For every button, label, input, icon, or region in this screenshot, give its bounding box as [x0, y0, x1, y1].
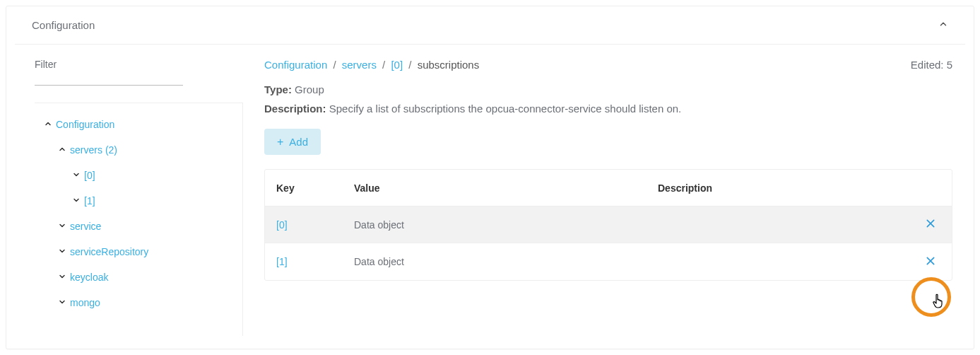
add-button-label: Add [289, 136, 308, 148]
tree-label: keycloak [70, 272, 108, 283]
edited-value: 5 [947, 59, 952, 71]
row-key-link[interactable]: [1] [276, 256, 288, 267]
table-row[interactable]: [0] Data object [265, 206, 952, 243]
tree-item-configuration[interactable]: Configuration [35, 112, 242, 137]
breadcrumb-sep: / [408, 59, 411, 71]
delete-row-button[interactable] [921, 251, 940, 273]
sidebar: Filter Configuration servers (2) [0] [6, 45, 250, 344]
panel-body: Filter Configuration servers (2) [0] [6, 45, 974, 344]
chevron-down-icon [69, 195, 84, 206]
panel-header: Configuration [15, 6, 965, 45]
description-label: Description [264, 103, 323, 115]
tree-item-server-1[interactable]: [1] [35, 188, 242, 214]
breadcrumb-link-0[interactable]: [0] [391, 59, 403, 71]
row-value: Data object [354, 256, 658, 267]
type-line: Type: Group [264, 83, 952, 95]
main-content: Configuration / servers / [0] / subscrip… [250, 45, 974, 344]
table-row[interactable]: [1] Data object [265, 243, 952, 280]
breadcrumb-link-configuration[interactable]: Configuration [264, 59, 327, 71]
tree-label: service [70, 221, 101, 232]
tree-item-service[interactable]: service [35, 214, 242, 239]
chevron-down-icon [69, 170, 84, 181]
tree-label: Configuration [56, 119, 114, 130]
header-key: Key [276, 182, 354, 194]
edited-label: Edited: [911, 59, 944, 71]
chevron-up-icon [40, 119, 56, 130]
description-value: Specify a list of subscriptions the opcu… [329, 103, 682, 115]
pointer-cursor-icon [933, 293, 947, 310]
panel-collapse-toggle[interactable] [938, 19, 948, 31]
breadcrumb-sep: / [333, 59, 336, 71]
breadcrumb-current: subscriptions [418, 59, 480, 71]
header-description: Description [658, 182, 912, 194]
tree-item-servicerepository[interactable]: serviceRepository [35, 239, 242, 264]
chevron-down-icon [54, 246, 70, 257]
tree-item-mongo[interactable]: mongo [35, 290, 242, 315]
type-label: Type [264, 83, 288, 95]
chevron-up-icon [938, 19, 948, 29]
delete-row-button[interactable] [921, 214, 940, 235]
annotation-highlight-ring [911, 277, 951, 317]
panel-title: Configuration [32, 19, 95, 31]
configuration-panel: Configuration Filter Configuration serve… [6, 6, 974, 349]
subscriptions-table: Key Value Description [0] Data object [264, 169, 952, 281]
chevron-down-icon [54, 272, 70, 283]
header-value: Value [354, 182, 658, 194]
tree-label: mongo [70, 297, 100, 308]
filter-input[interactable] [35, 73, 183, 86]
tree-item-servers[interactable]: servers (2) [35, 137, 242, 163]
tree-item-server-0[interactable]: [0] [35, 163, 242, 188]
tree-item-keycloak[interactable]: keycloak [35, 264, 242, 290]
edited-counter: Edited: 5 [911, 59, 952, 71]
tree-label: [1] [84, 195, 95, 206]
close-icon [925, 218, 936, 229]
table-header: Key Value Description [265, 170, 952, 206]
tree-label: [0] [84, 170, 95, 181]
plus-icon: + [277, 136, 283, 148]
row-value: Data object [354, 219, 658, 231]
tree-count: (2) [105, 144, 117, 156]
breadcrumb: Configuration / servers / [0] / subscrip… [264, 59, 479, 71]
breadcrumb-sep: / [382, 59, 385, 71]
chevron-up-icon [54, 144, 70, 156]
chevron-down-icon [54, 297, 70, 308]
row-key-link[interactable]: [0] [276, 219, 288, 231]
breadcrumb-link-servers[interactable]: servers [342, 59, 377, 71]
filter-label: Filter [35, 59, 243, 70]
close-icon [925, 255, 936, 267]
tree-view[interactable]: Configuration servers (2) [0] [1] [35, 103, 243, 336]
type-value: Group [295, 83, 324, 95]
breadcrumb-row: Configuration / servers / [0] / subscrip… [264, 59, 952, 71]
add-button[interactable]: + Add [264, 129, 321, 155]
chevron-down-icon [54, 221, 70, 232]
tree-label: serviceRepository [70, 246, 148, 257]
description-line: Description: Specify a list of subscript… [264, 103, 952, 115]
tree-label: servers [70, 144, 102, 156]
